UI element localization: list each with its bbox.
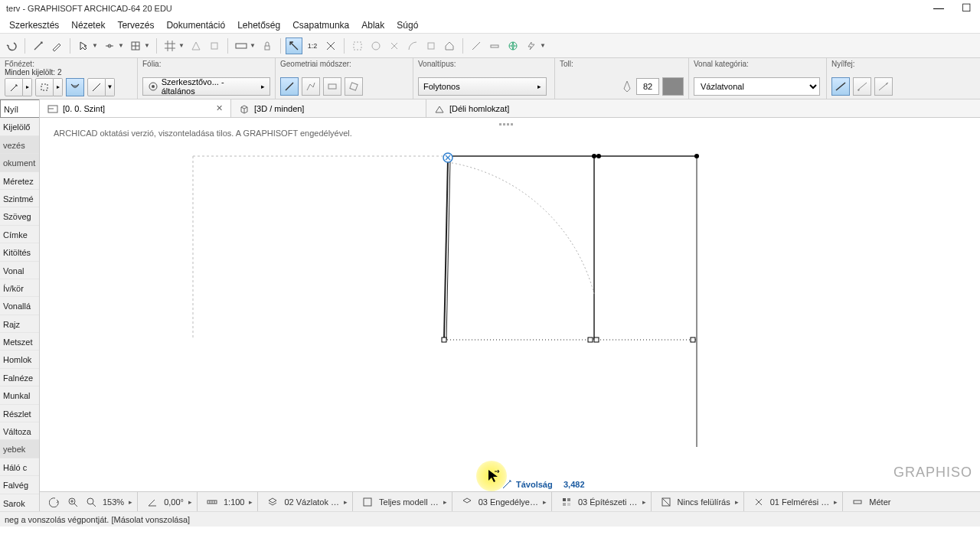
nyilfej-end[interactable] bbox=[874, 77, 893, 96]
sidebar-item-szoveg[interactable]: Szöveg bbox=[0, 207, 39, 225]
sidebar-item-cimke[interactable]: Címke bbox=[0, 226, 39, 243]
svg-line-28 bbox=[858, 83, 867, 90]
angle-dropdown[interactable]: ▸ bbox=[188, 498, 192, 506]
lock-button[interactable] bbox=[259, 37, 276, 54]
tab-3d[interactable]: [3D / minden] bbox=[231, 99, 426, 117]
sb-item-4[interactable]: Nincs felülírás bbox=[678, 497, 730, 507]
sidebar-item-valtoza[interactable]: Változa bbox=[0, 422, 39, 440]
tab-homlokzat[interactable]: [Déli homlokzat] bbox=[426, 99, 980, 117]
unit-value[interactable]: Méter bbox=[869, 497, 890, 507]
resize-handle-top[interactable] bbox=[498, 118, 521, 121]
pick-button[interactable] bbox=[30, 37, 47, 54]
grid-snap-dropdown[interactable]: ▼ bbox=[162, 37, 186, 54]
zoom-dropdown[interactable]: ▸ bbox=[129, 498, 132, 506]
sidebar-item-vonalla[interactable]: Vonallá bbox=[0, 297, 39, 315]
sidebar-item-falveg[interactable]: Falvég bbox=[0, 476, 39, 494]
menu-nezetek[interactable]: Nézetek bbox=[65, 18, 111, 32]
toggle-2-button[interactable] bbox=[206, 37, 223, 54]
sidebar-item-reszlet[interactable]: Részlet bbox=[0, 405, 39, 422]
sidebar-section-yebek[interactable]: yebek bbox=[0, 440, 39, 458]
globe-button[interactable] bbox=[505, 37, 521, 54]
fonezet-btn-2[interactable]: ▸ bbox=[35, 78, 63, 96]
svg-rect-10 bbox=[236, 44, 247, 48]
sidebar-item-vonal[interactable]: Vonal bbox=[0, 262, 39, 279]
coord-button[interactable]: 1:2 bbox=[304, 37, 321, 54]
sidebar-item-meretez[interactable]: Méretez bbox=[0, 172, 39, 190]
sidebar-item-szintme[interactable]: Szintmé bbox=[0, 190, 39, 207]
sidebar-section-okument[interactable]: okument bbox=[0, 154, 39, 171]
sidebar-item-rajz[interactable]: Rajz bbox=[0, 315, 39, 333]
snap-mode-dropdown[interactable]: ▼ bbox=[101, 37, 126, 54]
fonezet-btn-1[interactable]: ▸ bbox=[5, 78, 32, 96]
sb-item-3[interactable]: 03 Építészeti … bbox=[578, 497, 638, 507]
sidebar-item-halo[interactable]: Háló c bbox=[0, 458, 39, 476]
angle-label: Szög bbox=[516, 491, 559, 491]
wall-dropdown[interactable]: ▼ bbox=[233, 37, 257, 54]
break-button[interactable] bbox=[322, 37, 339, 54]
sidebar-item-sarok[interactable]: Sarok bbox=[0, 494, 39, 511]
toll-color[interactable] bbox=[662, 77, 684, 96]
elevation-icon bbox=[434, 103, 445, 114]
grid-mode-dropdown[interactable]: ▼ bbox=[127, 37, 152, 54]
distance-icon bbox=[502, 480, 511, 489]
menu-tervezes[interactable]: Tervezés bbox=[111, 18, 160, 32]
nyilfej-start[interactable] bbox=[853, 77, 871, 96]
arc-button[interactable] bbox=[404, 37, 421, 54]
geom-line[interactable] bbox=[280, 77, 299, 96]
measure-1-button[interactable] bbox=[468, 37, 485, 54]
geom-rect[interactable] bbox=[323, 77, 341, 96]
canvas[interactable]: ARCHICAD oktatási verzió, viszonteladása… bbox=[40, 118, 980, 491]
measure-2-button[interactable] bbox=[486, 37, 503, 54]
vonal-kat-select[interactable]: Vázlatvonal bbox=[694, 77, 820, 96]
menu-sugo[interactable]: Súgó bbox=[390, 18, 424, 32]
dimension-button[interactable] bbox=[286, 37, 302, 54]
statusbar: 153% ▸ 0,00° ▸ 1:100 ▸ 02 Vázlatok …▸ Te… bbox=[40, 491, 980, 511]
sidebar-item-falneze[interactable]: Falnéze bbox=[0, 369, 39, 386]
sidebar-item-homlok[interactable]: Homlok bbox=[0, 350, 39, 368]
tab-label-2: [Déli homlokzat] bbox=[449, 104, 509, 113]
sidebar-section-vezes[interactable]: vezés bbox=[0, 136, 39, 154]
sidebar-item-ivkor[interactable]: Ív/kör bbox=[0, 279, 39, 297]
zoom-prev-button[interactable] bbox=[47, 495, 61, 509]
undo-button[interactable] bbox=[3, 37, 20, 54]
cursor-mode-dropdown[interactable]: ▼ bbox=[75, 37, 100, 54]
sidebar-item-kijelolo[interactable]: Kijelölő bbox=[0, 118, 39, 135]
fonezet-btn-4[interactable]: ▼ bbox=[87, 78, 115, 96]
sb-item-2[interactable]: 03 Engedélye… bbox=[479, 497, 538, 507]
toggle-1-button[interactable] bbox=[188, 37, 204, 54]
sidebar-item-metszet[interactable]: Metszet bbox=[0, 333, 39, 350]
svg-rect-26 bbox=[350, 83, 358, 90]
zoom-fit-button[interactable] bbox=[66, 495, 80, 509]
geom-poly[interactable] bbox=[302, 77, 320, 96]
sidebar-item-nyil[interactable]: Nyíl bbox=[0, 99, 39, 118]
tab-close-0[interactable]: ✕ bbox=[216, 103, 223, 113]
scale-dropdown[interactable]: ▸ bbox=[249, 498, 253, 506]
zoom-100-button[interactable] bbox=[84, 495, 98, 509]
sidebar-item-kitoltes[interactable]: Kitöltés bbox=[0, 243, 39, 261]
pencil-button[interactable] bbox=[48, 37, 65, 54]
menu-csapatmunka[interactable]: Csapatmunka bbox=[286, 18, 355, 32]
sb-item-5[interactable]: 01 Felmérési … bbox=[770, 497, 830, 507]
marquee-1-button[interactable] bbox=[349, 37, 366, 54]
menu-ablak[interactable]: Ablak bbox=[355, 18, 390, 32]
marquee-2-button[interactable] bbox=[368, 37, 384, 54]
vonaltipus-select[interactable]: Folytonos ▸ bbox=[418, 77, 547, 96]
sidebar-item-munkal[interactable]: Munkal bbox=[0, 386, 39, 404]
menu-lehetoseg[interactable]: Lehetőség bbox=[231, 18, 286, 32]
minimize-button[interactable]: — bbox=[931, 0, 946, 15]
menu-dokumentacio[interactable]: Dokumentáció bbox=[160, 18, 231, 32]
maximize-button[interactable]: ☐ bbox=[959, 0, 974, 15]
fonezet-btn-3[interactable] bbox=[66, 78, 84, 96]
nyilfej-none[interactable] bbox=[831, 77, 850, 96]
geom-rotrect[interactable] bbox=[345, 77, 363, 96]
trim-button[interactable] bbox=[386, 37, 403, 54]
menu-szerkesztes[interactable]: Szerkesztés bbox=[3, 18, 65, 32]
sb-item-1[interactable]: Teljes modell … bbox=[379, 497, 439, 507]
tab-0-szint[interactable]: [0. 0. Szint] ✕ bbox=[40, 99, 231, 117]
folia-select[interactable]: Szerkesztővo... - általános ▸ bbox=[142, 77, 270, 96]
door-button[interactable] bbox=[423, 37, 439, 54]
energy-dropdown[interactable]: ▼ bbox=[523, 37, 547, 54]
toll-input[interactable] bbox=[636, 78, 659, 95]
sb-item-0[interactable]: 02 Vázlatok … bbox=[284, 497, 339, 507]
home-button[interactable] bbox=[441, 37, 458, 54]
